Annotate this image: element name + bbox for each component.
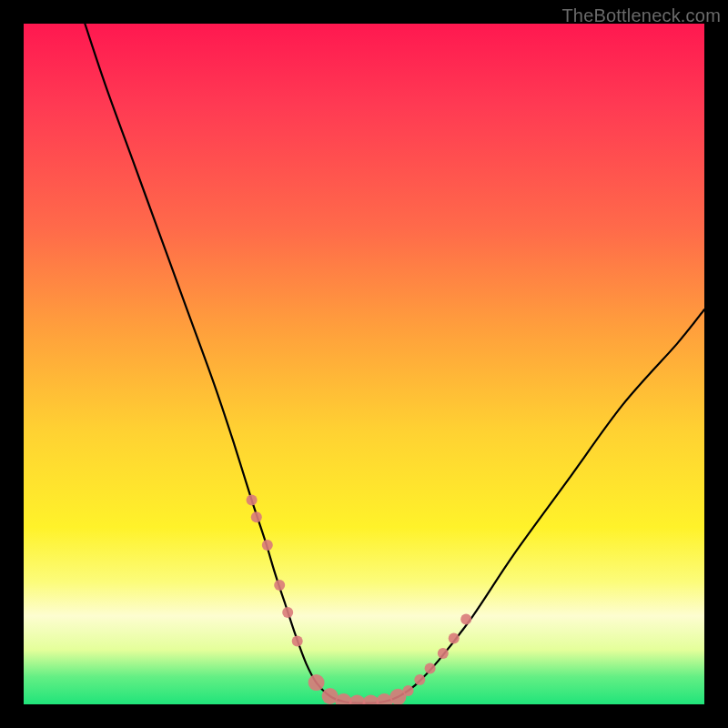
bottleneck-curve bbox=[85, 24, 704, 703]
marker-point bbox=[349, 695, 366, 705]
marker-point bbox=[251, 511, 262, 522]
marker-point bbox=[425, 662, 436, 673]
marker-point bbox=[376, 693, 392, 704]
marker-group bbox=[247, 495, 472, 704]
marker-point bbox=[438, 648, 449, 659]
marker-point bbox=[282, 607, 293, 618]
marker-point bbox=[363, 695, 379, 705]
marker-point bbox=[322, 688, 339, 704]
marker-point bbox=[336, 693, 352, 704]
marker-point bbox=[389, 689, 406, 704]
marker-point bbox=[414, 674, 425, 685]
curve-layer bbox=[24, 24, 704, 704]
plot-area bbox=[24, 24, 704, 704]
marker-point bbox=[403, 685, 414, 696]
chart-frame: TheBottleneck.com bbox=[0, 0, 728, 728]
marker-point bbox=[460, 614, 471, 625]
marker-point bbox=[274, 580, 285, 591]
watermark-text: TheBottleneck.com bbox=[561, 5, 721, 26]
marker-point bbox=[247, 495, 258, 506]
marker-point bbox=[449, 632, 460, 643]
marker-point bbox=[262, 540, 273, 551]
marker-point bbox=[292, 635, 303, 646]
marker-point bbox=[308, 674, 325, 691]
